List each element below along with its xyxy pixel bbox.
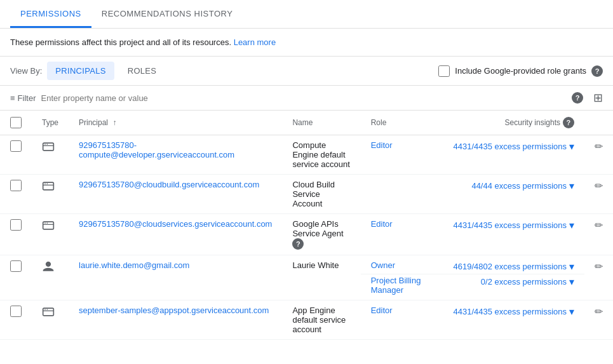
dropdown-arrow-3[interactable]: ▾ <box>569 219 574 231</box>
row-checkbox-5[interactable] <box>10 306 22 317</box>
svg-point-11 <box>47 222 48 224</box>
filter-help-icon[interactable]: ? <box>572 92 583 104</box>
edit-button-1[interactable]: ✏ <box>595 141 603 152</box>
role-link-3[interactable]: Editor <box>371 219 393 229</box>
role-link-5[interactable]: Editor <box>371 306 393 315</box>
role-header: Role <box>371 118 387 127</box>
security-link-3[interactable]: 4431/4435 excess permissions <box>453 220 567 230</box>
columns-icon[interactable]: ⊞ <box>593 91 603 105</box>
svg-rect-0 <box>43 143 54 151</box>
roles-button[interactable]: ROLES <box>119 62 165 80</box>
filter-lines-icon: ≡ <box>10 93 15 103</box>
role-link-4b[interactable]: Project Billing Manager <box>371 276 421 295</box>
svg-rect-4 <box>43 182 54 190</box>
security-link-4b[interactable]: 0/2 excess permissions <box>481 277 567 286</box>
edit-button-3[interactable]: ✏ <box>595 220 603 231</box>
type-icon-service-3 <box>42 219 55 232</box>
principal-link-3[interactable]: 929675135780@cloudservices.gserviceaccou… <box>79 219 272 229</box>
name-5: App Engine default service account <box>292 306 346 334</box>
name-2: Cloud Build Service Account <box>292 180 335 208</box>
table-row: 929675135780@cloudservices.gserviceaccou… <box>0 214 613 255</box>
row-checkbox-4[interactable] <box>10 260 22 272</box>
principals-button[interactable]: PRINCIPALS <box>47 62 114 80</box>
view-bar: View By: PRINCIPALS ROLES Include Google… <box>0 57 613 86</box>
table-container: Type Principal ↑ Name Role Security in <box>0 111 613 340</box>
edit-button-4[interactable]: ✏ <box>595 261 603 272</box>
include-row: Include Google-provided role grants ? <box>438 65 603 77</box>
name-help-icon-3[interactable]: ? <box>292 238 304 250</box>
filter-input[interactable] <box>41 93 567 103</box>
table-row: 929675135780-compute@developer.gservicea… <box>0 135 613 175</box>
tab-recommendations-history[interactable]: RECOMMENDATIONS HISTORY <box>91 0 243 28</box>
dropdown-arrow-1[interactable]: ▾ <box>569 140 574 152</box>
filter-icon-label: ≡ Filter <box>10 93 36 103</box>
svg-point-14 <box>44 309 46 310</box>
type-icon-service <box>42 140 55 153</box>
table-row: september-samples@appspot.gserviceaccoun… <box>0 300 613 340</box>
select-all-checkbox[interactable] <box>10 117 22 128</box>
role-link-4a[interactable]: Owner <box>371 260 395 270</box>
permissions-table: Type Principal ↑ Name Role Security in <box>0 111 613 340</box>
role-link-1[interactable]: Editor <box>371 140 393 150</box>
info-text: These permissions affect this project an… <box>10 37 231 47</box>
svg-point-6 <box>44 183 46 184</box>
svg-point-3 <box>47 144 48 145</box>
type-icon-person-4 <box>42 260 55 273</box>
principal-header[interactable]: Principal ↑ <box>79 118 116 127</box>
learn-more-link[interactable]: Learn more <box>234 37 276 47</box>
include-help-icon[interactable]: ? <box>591 65 603 77</box>
include-google-provided-checkbox[interactable] <box>438 65 450 77</box>
filter-label: Filter <box>18 93 36 103</box>
type-header: Type <box>42 118 58 127</box>
tab-bar: PERMISSIONS RECOMMENDATIONS HISTORY <box>0 0 613 29</box>
filter-actions: ? ⊞ <box>572 91 603 105</box>
row-checkbox-1[interactable] <box>10 140 22 152</box>
edit-button-5[interactable]: ✏ <box>595 306 603 317</box>
info-bar: These permissions affect this project an… <box>0 29 613 57</box>
dropdown-arrow-4b[interactable]: ▾ <box>569 276 574 288</box>
name-header: Name <box>292 118 313 127</box>
security-link-1[interactable]: 4431/4435 excess permissions <box>453 142 567 151</box>
view-by-label: View By: <box>10 66 42 76</box>
row-checkbox-2[interactable] <box>10 180 22 191</box>
type-icon-service-5 <box>42 306 55 318</box>
svg-point-15 <box>47 309 48 310</box>
svg-point-7 <box>47 183 48 184</box>
security-insights-header: Security insights <box>505 118 560 127</box>
name-1: Compute Engine default service account <box>292 140 349 169</box>
principal-link-5[interactable]: september-samples@appspot.gserviceaccoun… <box>79 306 269 315</box>
filter-bar: ≡ Filter ? ⊞ <box>0 86 613 111</box>
svg-rect-12 <box>43 308 54 316</box>
view-by-section: View By: PRINCIPALS ROLES <box>10 62 165 80</box>
table-row: laurie.white.demo@gmail.com Laurie White… <box>0 255 613 274</box>
tab-permissions[interactable]: PERMISSIONS <box>10 0 91 28</box>
principal-link-2[interactable]: 929675135780@cloudbuild.gserviceaccount.… <box>79 180 259 189</box>
type-icon-service-2 <box>42 180 55 192</box>
security-link-2[interactable]: 44/44 excess permissions <box>471 181 567 191</box>
sort-icon: ↑ <box>112 118 116 127</box>
dropdown-arrow-4a[interactable]: ▾ <box>569 260 574 273</box>
security-link-4a[interactable]: 4619/4802 excess permissions <box>453 262 567 271</box>
security-help-icon[interactable]: ? <box>563 117 574 128</box>
name-3: Google APIs Service Agent <box>292 219 343 238</box>
principal-link-1[interactable]: 929675135780-compute@developer.gservicea… <box>79 140 234 159</box>
include-label: Include Google-provided role grants <box>455 66 586 76</box>
row-checkbox-3[interactable] <box>10 219 22 231</box>
dropdown-arrow-2[interactable]: ▾ <box>569 180 574 192</box>
dropdown-arrow-5[interactable]: ▾ <box>569 306 574 318</box>
principal-link-4[interactable]: laurie.white.demo@gmail.com <box>79 260 189 270</box>
security-link-5[interactable]: 4431/4435 excess permissions <box>453 307 567 316</box>
name-4: Laurie White <box>292 260 339 270</box>
svg-rect-8 <box>43 222 54 229</box>
tabs-container: PERMISSIONS RECOMMENDATIONS HISTORY <box>0 0 613 29</box>
edit-button-2[interactable]: ✏ <box>595 180 603 191</box>
table-row: 929675135780@cloudbuild.gserviceaccount.… <box>0 175 613 214</box>
svg-point-2 <box>44 144 46 145</box>
svg-point-10 <box>44 222 46 224</box>
